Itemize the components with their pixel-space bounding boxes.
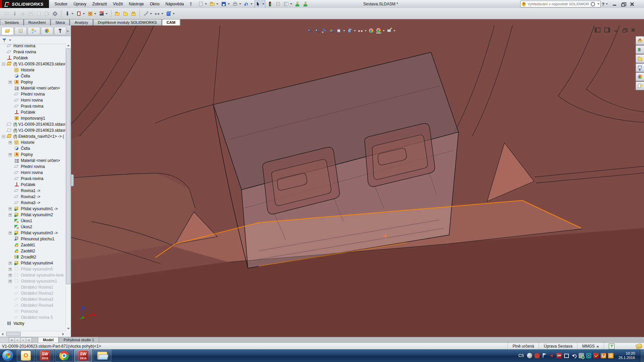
menu-item-6[interactable]: Nápověda [162, 0, 187, 8]
tree-item[interactable]: Obráběcí rovina 5 [0, 314, 66, 320]
command-tab-3[interactable]: Analýzy [70, 19, 93, 25]
tree-item[interactable]: Počátek [0, 182, 66, 188]
dropdown-caret-icon[interactable] [216, 3, 218, 5]
right-panel-toggle-icon[interactable] [604, 27, 610, 33]
expand-toggle[interactable]: + [9, 214, 12, 217]
expand-toggle[interactable]: + [9, 207, 12, 210]
expand-toggle[interactable]: + [9, 153, 12, 156]
display-style-button[interactable] [346, 26, 357, 35]
document-restore-button[interactable] [623, 28, 627, 32]
scroll-down-icon[interactable] [67, 328, 70, 329]
g-codes-button[interactable] [28, 9, 34, 18]
menu-item-4[interactable]: Nástroje [126, 0, 147, 8]
tree-item[interactable]: Importovaný1 [0, 115, 66, 121]
dropdown-caret-icon[interactable] [228, 3, 230, 5]
close-button[interactable] [630, 2, 634, 6]
custom-properties-tab[interactable] [636, 81, 644, 90]
muted-speaker-tray-icon[interactable] [549, 353, 554, 358]
tree-item[interactable]: Pravá rovina [0, 103, 66, 109]
outlook-taskbar-button[interactable] [17, 350, 35, 362]
dropdown-caret-icon[interactable] [251, 3, 253, 5]
dropdown-caret-icon[interactable] [239, 3, 241, 5]
command-tab-4[interactable]: Doplňkové moduly SOLIDWORKS [93, 19, 162, 25]
dropdown-caret-icon[interactable] [94, 13, 96, 14]
expand-toggle[interactable]: − [2, 63, 5, 66]
expand-toggle[interactable]: + [9, 81, 12, 84]
options-list-button[interactable] [283, 0, 293, 8]
model-tab-1[interactable]: Pohybová studie 1 [59, 337, 99, 343]
taskbar-clock[interactable]: 10:20 25.1.2016 [619, 351, 635, 360]
tag-icon[interactable] [635, 343, 643, 349]
tree-item[interactable]: Horní rovina [0, 43, 66, 49]
tab-scroll-prev-button[interactable]: ‹ [15, 337, 20, 343]
tree-item[interactable]: Pravá rovina [0, 49, 66, 55]
antivirus-sphere-tray-icon[interactable] [527, 353, 532, 358]
expand-toggle[interactable]: + [9, 274, 12, 277]
menu-item-5[interactable]: Okno [147, 0, 163, 8]
panel-flyout-button[interactable]: » [67, 29, 70, 33]
message-button[interactable] [3, 9, 10, 18]
tree-item[interactable]: +Přidat vysunutím1 -> [0, 206, 66, 212]
restore-button[interactable] [621, 2, 626, 6]
dropdown-caret-icon[interactable] [393, 30, 395, 32]
propertymanager-button[interactable] [14, 27, 27, 35]
expand-toggle[interactable]: + [9, 141, 12, 144]
tree-item[interactable]: Úkos1 [0, 218, 66, 224]
tree-item[interactable]: +Přidat vysunutím2 [0, 212, 66, 218]
configurationmanager-button[interactable] [28, 27, 40, 35]
graphics-viewport[interactable] [71, 25, 644, 337]
search-pin-button[interactable] [187, 0, 194, 8]
tree-item[interactable]: Rovina3 -> [0, 200, 66, 206]
zoom-previous-button[interactable] [321, 26, 328, 35]
dropdown-caret-icon[interactable] [290, 3, 292, 5]
minimize-button[interactable] [612, 2, 617, 6]
solidworks-update-tray-icon[interactable] [593, 353, 599, 358]
document-minimize-button[interactable] [614, 28, 619, 32]
tree-item[interactable]: Obráběcí Rovina3 [0, 296, 66, 302]
menu-item-2[interactable]: Zobrazit [89, 0, 110, 8]
command-tab-0[interactable]: Sestava [0, 19, 23, 25]
command-tab-2[interactable]: Skica [51, 19, 69, 25]
tree-item[interactable]: Úkos2 [0, 224, 66, 230]
expand-toggle[interactable]: + [9, 262, 12, 265]
menu-item-1[interactable]: Úpravy [70, 0, 89, 8]
tree-item[interactable]: +Přidat vysunutím3 -> [0, 230, 66, 236]
tree-item[interactable]: Vazby [0, 320, 66, 326]
traffic-light-button[interactable] [267, 0, 273, 8]
tree-item[interactable]: Přední rovina [0, 91, 66, 97]
tree-item[interactable]: +Popisy [0, 79, 66, 85]
document-red-button[interactable] [75, 9, 86, 18]
help-search-box[interactable]: ? [520, 1, 601, 7]
print-button[interactable] [232, 0, 242, 8]
folder-open-button[interactable] [114, 9, 121, 18]
scroll-up-icon[interactable] [67, 45, 70, 46]
home-tab[interactable] [636, 36, 644, 45]
dropdown-caret-icon[interactable] [173, 13, 175, 14]
dropdown-caret-icon[interactable] [383, 30, 385, 32]
dropdown-caret-icon[interactable] [205, 3, 207, 5]
windows-explorer-taskbar-button[interactable] [93, 350, 111, 362]
dropdown-caret-icon[interactable] [262, 3, 264, 5]
tab-scroll-next-button[interactable]: › [20, 337, 26, 343]
solidworks-2015-taskbar-button[interactable]: 2015 [74, 350, 92, 362]
tree-item[interactable]: (f) V1-O009-20140623.sldasm [0, 127, 66, 133]
tree-item[interactable]: Pravá rovina [0, 176, 66, 182]
user-green-button[interactable] [294, 0, 301, 8]
apply-scene-button[interactable] [375, 26, 385, 35]
tree-item[interactable]: Rovina1 -> [0, 188, 66, 194]
menu-item-0[interactable]: Soubor [52, 0, 71, 8]
tree-horizontal-scrollbar[interactable] [0, 331, 66, 337]
zoom-area-button[interactable] [314, 26, 320, 35]
search-input[interactable] [527, 2, 590, 6]
scroll-thumb[interactable] [6, 332, 21, 336]
view-orientation-button[interactable] [336, 26, 346, 35]
display-tray-icon[interactable] [564, 353, 569, 358]
chrome-taskbar-button[interactable] [55, 350, 73, 362]
tree-item[interactable]: Čidla [0, 145, 66, 152]
dropdown-caret-icon[interactable] [71, 13, 73, 14]
flag-tray-icon[interactable] [542, 353, 547, 358]
tree-item[interactable]: Počátek [0, 109, 66, 115]
sphere-button[interactable] [19, 9, 26, 18]
tab-scroll-last-button[interactable]: » [26, 337, 32, 343]
command-tab-1[interactable]: Rozvržení [24, 19, 51, 25]
